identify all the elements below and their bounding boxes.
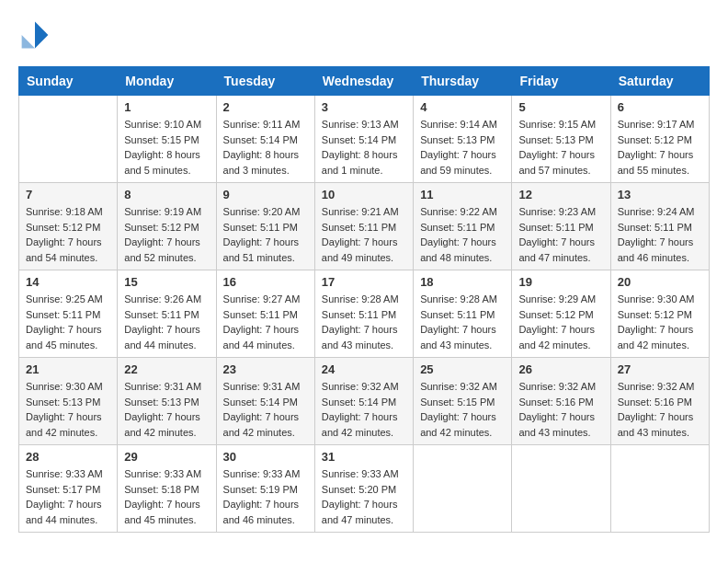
- daylight: Daylight: 8 hours and 1 minute.: [322, 149, 398, 176]
- sunset: Sunset: 5:12 PM: [518, 309, 593, 320]
- sunrise: Sunrise: 9:28 AM: [420, 293, 497, 304]
- sunset: Sunset: 5:13 PM: [518, 134, 593, 145]
- sunrise: Sunrise: 9:27 AM: [223, 293, 301, 304]
- day-number: 4: [420, 100, 505, 114]
- day-number: 28: [26, 450, 110, 464]
- sunrise: Sunrise: 9:32 AM: [518, 381, 596, 392]
- calendar-cell: 30 Sunrise: 9:33 AM Sunset: 5:19 PM Dayl…: [216, 445, 314, 533]
- daylight: Daylight: 7 hours and 47 minutes.: [322, 499, 398, 525]
- daylight: Daylight: 7 hours and 46 minutes.: [618, 236, 694, 263]
- day-number: 7: [26, 188, 110, 201]
- calendar-cell: 1 Sunrise: 9:10 AM Sunset: 5:15 PM Dayli…: [118, 96, 216, 183]
- cell-content: Sunrise: 9:32 AM Sunset: 5:16 PM Dayligh…: [518, 379, 603, 440]
- day-number: 10: [322, 188, 406, 201]
- sunset: Sunset: 5:11 PM: [26, 309, 100, 320]
- calendar-week-row: 28 Sunrise: 9:33 AM Sunset: 5:17 PM Dayl…: [19, 445, 710, 533]
- sunset: Sunset: 5:11 PM: [322, 309, 396, 320]
- daylight: Daylight: 7 hours and 44 minutes.: [26, 499, 102, 525]
- sunset: Sunset: 5:11 PM: [618, 222, 692, 233]
- page-header: [18, 18, 710, 52]
- day-number: 13: [618, 188, 702, 201]
- calendar-cell: 5 Sunrise: 9:15 AM Sunset: 5:13 PM Dayli…: [512, 96, 610, 183]
- cell-content: Sunrise: 9:29 AM Sunset: 5:12 PM Dayligh…: [518, 292, 603, 352]
- day-number: 9: [223, 188, 308, 201]
- sunset: Sunset: 5:11 PM: [124, 309, 199, 320]
- sunrise: Sunrise: 9:11 AM: [223, 119, 301, 130]
- calendar-cell: 3 Sunrise: 9:13 AM Sunset: 5:14 PM Dayli…: [314, 96, 413, 183]
- sunset: Sunset: 5:16 PM: [618, 396, 692, 408]
- sunset: Sunset: 5:14 PM: [223, 134, 298, 145]
- cell-content: Sunrise: 9:33 AM Sunset: 5:17 PM Dayligh…: [26, 466, 110, 527]
- calendar-cell: 28 Sunrise: 9:33 AM Sunset: 5:17 PM Dayl…: [19, 445, 118, 533]
- sunset: Sunset: 5:13 PM: [124, 396, 199, 408]
- calendar-week-row: 21 Sunrise: 9:30 AM Sunset: 5:13 PM Dayl…: [19, 358, 710, 445]
- day-number: 25: [420, 362, 505, 376]
- calendar-cell: 25 Sunrise: 9:32 AM Sunset: 5:15 PM Dayl…: [414, 358, 512, 445]
- sunset: Sunset: 5:11 PM: [420, 222, 495, 233]
- day-number: 24: [322, 362, 406, 376]
- day-number: 2: [223, 100, 308, 114]
- sunrise: Sunrise: 9:18 AM: [26, 206, 103, 217]
- sunrise: Sunrise: 9:14 AM: [420, 119, 497, 130]
- daylight: Daylight: 7 hours and 55 minutes.: [618, 149, 694, 176]
- calendar-cell: [19, 96, 118, 183]
- cell-content: Sunrise: 9:33 AM Sunset: 5:20 PM Dayligh…: [322, 466, 406, 527]
- cell-content: Sunrise: 9:24 AM Sunset: 5:11 PM Dayligh…: [618, 204, 702, 265]
- sunrise: Sunrise: 9:29 AM: [518, 293, 596, 304]
- day-number: 23: [223, 362, 308, 376]
- daylight: Daylight: 7 hours and 46 minutes.: [223, 499, 300, 525]
- svg-marker-0: [35, 22, 48, 49]
- cell-content: Sunrise: 9:15 AM Sunset: 5:13 PM Dayligh…: [518, 117, 603, 178]
- daylight: Daylight: 7 hours and 59 minutes.: [420, 149, 496, 176]
- daylight: Daylight: 7 hours and 43 minutes.: [420, 324, 496, 350]
- calendar-header-row: SundayMondayTuesdayWednesdayThursdayFrid…: [19, 67, 710, 96]
- calendar-cell: 10 Sunrise: 9:21 AM Sunset: 5:11 PM Dayl…: [314, 183, 413, 270]
- cell-content: Sunrise: 9:32 AM Sunset: 5:14 PM Dayligh…: [322, 379, 406, 440]
- cell-content: Sunrise: 9:11 AM Sunset: 5:14 PM Dayligh…: [223, 117, 308, 178]
- sunset: Sunset: 5:18 PM: [124, 484, 199, 495]
- sunset: Sunset: 5:14 PM: [322, 134, 396, 145]
- daylight: Daylight: 7 hours and 43 minutes.: [618, 411, 694, 438]
- sunrise: Sunrise: 9:30 AM: [26, 381, 103, 392]
- calendar-cell: 4 Sunrise: 9:14 AM Sunset: 5:13 PM Dayli…: [414, 96, 512, 183]
- logo: [18, 18, 55, 52]
- cell-content: Sunrise: 9:13 AM Sunset: 5:14 PM Dayligh…: [322, 117, 406, 178]
- daylight: Daylight: 7 hours and 43 minutes.: [322, 324, 398, 350]
- sunset: Sunset: 5:16 PM: [518, 396, 593, 408]
- calendar-cell: 22 Sunrise: 9:31 AM Sunset: 5:13 PM Dayl…: [118, 358, 216, 445]
- day-number: 14: [26, 275, 110, 289]
- cell-content: Sunrise: 9:33 AM Sunset: 5:18 PM Dayligh…: [124, 466, 209, 527]
- sunset: Sunset: 5:12 PM: [124, 222, 199, 233]
- sunrise: Sunrise: 9:32 AM: [420, 381, 497, 392]
- calendar-cell: [610, 445, 709, 533]
- cell-content: Sunrise: 9:28 AM Sunset: 5:11 PM Dayligh…: [322, 292, 406, 352]
- day-of-week-header: Friday: [512, 67, 610, 96]
- day-number: 11: [420, 188, 505, 201]
- day-number: 31: [322, 450, 406, 464]
- sunset: Sunset: 5:17 PM: [26, 484, 100, 495]
- sunrise: Sunrise: 9:25 AM: [26, 293, 103, 304]
- cell-content: Sunrise: 9:25 AM Sunset: 5:11 PM Dayligh…: [26, 292, 110, 352]
- sunrise: Sunrise: 9:22 AM: [420, 206, 497, 217]
- day-number: 19: [518, 275, 603, 289]
- daylight: Daylight: 7 hours and 42 minutes.: [223, 411, 300, 438]
- daylight: Daylight: 7 hours and 42 minutes.: [518, 324, 595, 350]
- daylight: Daylight: 7 hours and 42 minutes.: [124, 411, 200, 438]
- day-of-week-header: Monday: [118, 67, 216, 96]
- sunrise: Sunrise: 9:33 AM: [26, 468, 103, 479]
- calendar-cell: 14 Sunrise: 9:25 AM Sunset: 5:11 PM Dayl…: [19, 270, 118, 358]
- sunset: Sunset: 5:15 PM: [124, 134, 199, 145]
- sunset: Sunset: 5:11 PM: [518, 222, 593, 233]
- sunrise: Sunrise: 9:10 AM: [124, 119, 201, 130]
- calendar-cell: 23 Sunrise: 9:31 AM Sunset: 5:14 PM Dayl…: [216, 358, 314, 445]
- cell-content: Sunrise: 9:27 AM Sunset: 5:11 PM Dayligh…: [223, 292, 308, 352]
- calendar-cell: 11 Sunrise: 9:22 AM Sunset: 5:11 PM Dayl…: [414, 183, 512, 270]
- calendar-cell: 12 Sunrise: 9:23 AM Sunset: 5:11 PM Dayl…: [512, 183, 610, 270]
- day-of-week-header: Wednesday: [314, 67, 413, 96]
- sunrise: Sunrise: 9:23 AM: [518, 206, 596, 217]
- logo-icon: [18, 18, 51, 52]
- daylight: Daylight: 7 hours and 49 minutes.: [322, 236, 398, 263]
- sunrise: Sunrise: 9:26 AM: [124, 293, 201, 304]
- sunset: Sunset: 5:14 PM: [223, 396, 298, 408]
- calendar-cell: 21 Sunrise: 9:30 AM Sunset: 5:13 PM Dayl…: [19, 358, 118, 445]
